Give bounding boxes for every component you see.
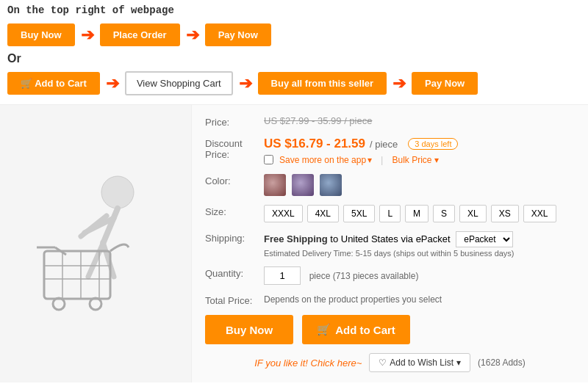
discount-value: US $16.79 - 21.59 / piece 3 days left Sa… — [264, 137, 575, 165]
svg-line-4 — [88, 244, 103, 277]
shipping-value: Free Shipping to United States via ePack… — [264, 231, 575, 258]
arrow-icon-5: ➔ — [392, 76, 406, 92]
color-row: Color: — [205, 174, 575, 196]
color-label: Color: — [205, 174, 264, 186]
product-section: Price: US $27.99 - 35.99 / piece Discoun… — [0, 104, 588, 382]
color-swatch-1[interactable] — [264, 174, 286, 196]
arrow-icon-2: ➔ — [186, 27, 199, 43]
size-button-xs[interactable]: XS — [491, 205, 519, 222]
buy-now-button-main[interactable]: Buy Now — [205, 315, 293, 344]
svg-line-5 — [103, 242, 114, 277]
wishlist-button[interactable]: ♡ Add to Wish List ▾ — [369, 353, 470, 372]
instruction-text: On the top right of webpage — [0, 0, 588, 19]
shipping-label: Shipping: — [205, 231, 264, 244]
size-button-4xl[interactable]: 4XL — [307, 205, 339, 222]
size-button-l[interactable]: L — [379, 205, 401, 222]
chevron-down-icon: ▾ — [368, 155, 372, 165]
action-buttons: Buy Now 🛒 Add to Cart — [205, 315, 575, 344]
wishlist-row: IF you like it! Chick here~ ♡ Add to Wis… — [205, 353, 575, 372]
total-price-row: Total Price: Depends on the product prop… — [205, 294, 575, 306]
pay-now-button-top[interactable]: Pay Now — [205, 23, 271, 46]
cart-icon-top: 🛒 — [21, 78, 32, 89]
buy-all-from-seller-button[interactable]: Buy all from this seller — [258, 72, 387, 95]
flow-row-2: 🛒 Add to Cart ➔ View Shopping Cart ➔ Buy… — [0, 67, 588, 100]
pay-now-button-bottom[interactable]: Pay Now — [412, 72, 478, 95]
buy-now-button-top[interactable]: Buy Now — [7, 23, 75, 46]
flow-row-1: Buy Now ➔ Place Order ➔ Pay Now — [0, 19, 588, 51]
size-button-xxxl[interactable]: XXXL — [264, 205, 303, 222]
heart-icon: ♡ — [379, 357, 387, 368]
add-to-cart-button-top[interactable]: 🛒 Add to Cart — [7, 72, 100, 95]
size-buttons-container: XXXL4XL5XLLMSXLXSXXL — [264, 205, 575, 222]
color-swatch-3[interactable] — [320, 174, 342, 196]
chevron-down-icon-wish: ▾ — [456, 357, 461, 368]
size-button-m[interactable]: M — [405, 205, 429, 222]
days-badge: 3 days left — [408, 138, 458, 150]
epacket-dropdown[interactable]: ePacket — [456, 231, 513, 247]
svg-point-0 — [101, 176, 134, 208]
product-details-panel: Price: US $27.99 - 35.99 / piece Discoun… — [191, 105, 588, 382]
place-order-button[interactable]: Place Order — [100, 23, 180, 46]
wishlist-prompt: IF you like it! Chick here~ — [254, 357, 362, 369]
add-to-cart-button-main[interactable]: 🛒 Add to Cart — [302, 315, 410, 344]
cart-icon-main: 🛒 — [317, 323, 331, 336]
price-label: Price: — [205, 115, 264, 128]
arrow-icon-4: ➔ — [239, 76, 252, 92]
quantity-value-container: piece (713 pieces available) — [264, 266, 575, 285]
price-row: Price: US $27.99 - 35.99 / piece — [205, 115, 575, 128]
size-button-s[interactable]: S — [433, 205, 455, 222]
price-value: US $27.99 - 35.99 / piece — [264, 115, 575, 126]
shipping-row: Shipping: Free Shipping to United States… — [205, 231, 575, 258]
product-image — [0, 105, 191, 382]
bulk-price-link[interactable]: Bulk Price ▾ — [392, 155, 438, 165]
arrow-icon-3: ➔ — [106, 76, 119, 92]
size-button-5xl[interactable]: 5XL — [343, 205, 375, 222]
svg-rect-6 — [44, 251, 110, 299]
save-app-link[interactable]: Save more on the app ▾ — [279, 155, 372, 165]
wishlist-count: (1628 Adds) — [478, 357, 526, 368]
quantity-row: Quantity: piece (713 pieces available) — [205, 266, 575, 285]
cart-figure-svg — [22, 163, 169, 324]
quantity-label: Quantity: — [205, 266, 264, 279]
color-swatch-2[interactable] — [292, 174, 314, 196]
save-app-checkbox[interactable] — [264, 155, 273, 164]
view-shopping-cart-button[interactable]: View Shopping Cart — [125, 71, 233, 95]
total-price-label: Total Price: — [205, 294, 264, 306]
or-separator: Or — [0, 51, 588, 67]
quantity-input[interactable] — [264, 266, 301, 285]
arrow-icon-1: ➔ — [81, 27, 94, 43]
color-swatches — [264, 174, 575, 196]
discount-label: DiscountPrice: — [205, 137, 264, 160]
total-price-value: Depends on the product properties you se… — [264, 294, 442, 305]
discount-price-row: DiscountPrice: US $16.79 - 21.59 / piece… — [205, 137, 575, 165]
size-row: Size: XXXL4XL5XLLMSXLXSXXL — [205, 205, 575, 222]
chevron-down-icon-bulk: ▾ — [434, 155, 439, 165]
size-label: Size: — [205, 205, 264, 217]
size-button-xxl[interactable]: XXL — [523, 205, 556, 222]
size-button-xl[interactable]: XL — [459, 205, 487, 222]
